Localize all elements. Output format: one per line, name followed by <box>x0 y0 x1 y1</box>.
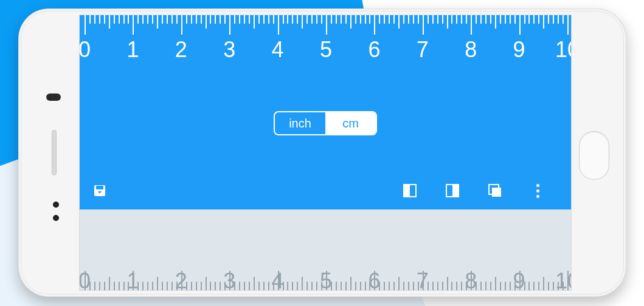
tick-minor <box>476 282 477 290</box>
tick-minor <box>528 282 530 290</box>
tick-minor <box>147 282 148 290</box>
save-icon[interactable] <box>92 183 108 199</box>
tick-minor <box>321 282 322 290</box>
tick-minor <box>186 282 187 290</box>
tick-minor <box>553 15 554 24</box>
tick-mid <box>543 277 544 290</box>
unit-inch-button[interactable]: inch <box>275 112 325 134</box>
tick-minor <box>413 15 414 24</box>
tick-minor <box>428 15 429 24</box>
tick-major <box>229 271 230 290</box>
tick-major <box>326 15 327 35</box>
tick-minor <box>524 282 525 290</box>
tick-minor <box>171 15 173 24</box>
half-fill-left-icon[interactable] <box>402 183 418 199</box>
tick-mid <box>302 277 303 290</box>
tick-minor <box>316 282 317 290</box>
tick-minor <box>142 282 144 290</box>
svg-rect-4 <box>404 185 410 196</box>
tick-minor <box>466 15 467 24</box>
tick-minor <box>369 282 370 290</box>
tick-major <box>471 15 472 35</box>
half-fill-right-icon[interactable] <box>445 183 460 199</box>
tick-minor <box>215 282 216 290</box>
tick-minor <box>490 15 491 24</box>
tick-minor <box>287 282 288 290</box>
tick-minor <box>167 282 168 290</box>
tick-minor <box>263 282 265 290</box>
tick-mid <box>109 277 110 290</box>
tick-minor <box>524 15 525 24</box>
bottom-ruler[interactable]: 012345678910 <box>80 209 571 290</box>
tick-minor <box>451 282 452 290</box>
tick-minor <box>413 282 414 290</box>
tick-minor <box>249 282 250 290</box>
tick-minor <box>176 282 178 290</box>
tick-minor <box>485 282 486 290</box>
app-screen: 012345678910 inch cm <box>79 15 572 291</box>
top-ruler[interactable]: 012345678910 inch cm <box>80 15 571 209</box>
tick-minor <box>263 15 265 24</box>
tick-minor <box>176 15 178 24</box>
tick-minor <box>432 282 434 290</box>
tick-minor <box>220 282 221 290</box>
ruler-number: 9 <box>513 37 525 63</box>
tick-minor <box>239 15 240 24</box>
unit-toggle[interactable]: inch cm <box>274 111 377 135</box>
tick-minor <box>418 15 419 24</box>
tick-minor <box>456 15 457 24</box>
tick-mid <box>350 277 351 290</box>
tick-minor <box>89 15 91 24</box>
tick-minor <box>220 15 221 24</box>
tick-minor <box>437 282 438 290</box>
tick-minor <box>331 15 332 24</box>
tick-major <box>85 15 86 35</box>
tick-minor <box>408 282 409 290</box>
tick-minor <box>215 15 216 24</box>
tick-minor <box>321 15 322 24</box>
home-button[interactable] <box>579 131 609 180</box>
tick-mid <box>302 15 303 29</box>
tick-minor <box>505 282 506 290</box>
tick-mid <box>254 277 255 290</box>
tick-minor <box>224 15 226 24</box>
tick-minor <box>331 282 332 290</box>
tick-minor <box>403 282 404 290</box>
tick-minor <box>558 15 559 24</box>
tick-minor <box>268 282 269 290</box>
tick-minor <box>297 15 298 24</box>
tick-minor <box>234 15 235 24</box>
svg-rect-8 <box>492 188 501 197</box>
tick-minor <box>510 282 511 290</box>
tick-minor <box>114 15 115 24</box>
tick-major <box>567 15 569 35</box>
tick-minor <box>548 15 549 24</box>
tick-minor <box>167 15 168 24</box>
tick-minor <box>137 282 139 290</box>
tick-major <box>229 15 230 35</box>
phone-frame: 012345678910 inch cm <box>18 8 626 297</box>
tick-minor <box>273 282 274 290</box>
tick-minor <box>553 282 554 290</box>
tick-mid <box>495 15 496 29</box>
tick-minor <box>94 282 95 290</box>
tick-minor <box>306 15 308 24</box>
tick-minor <box>191 282 192 290</box>
tick-minor <box>283 15 284 24</box>
toolbar <box>80 183 571 199</box>
tick-minor <box>538 282 539 290</box>
tick-minor <box>485 15 486 24</box>
tick-minor <box>94 15 95 24</box>
tick-mid <box>543 15 544 29</box>
tick-minor <box>99 282 100 290</box>
tick-minor <box>152 282 153 290</box>
tick-minor <box>210 15 211 24</box>
tick-minor <box>292 282 293 290</box>
more-vert-icon[interactable] <box>530 183 545 199</box>
unit-cm-button[interactable]: cm <box>325 112 376 134</box>
sensor-dot <box>53 215 59 221</box>
ruler-number: 0 <box>79 37 91 63</box>
double-square-icon[interactable] <box>487 183 503 199</box>
tick-minor <box>403 15 404 24</box>
tick-minor <box>268 15 269 24</box>
